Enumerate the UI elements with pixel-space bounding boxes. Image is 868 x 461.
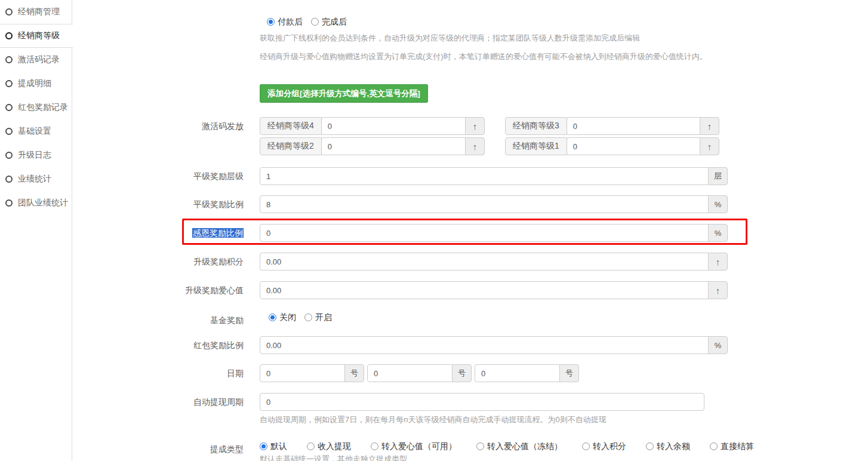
form-panel: 付款后 完成后 获取推广下线权利的会员达到条件，自动升级为对应等级的代理商；指定… [72,0,868,461]
unit-addon-percent: % [708,224,728,242]
sidebar-item-activation-code-record[interactable]: 激活码记录 [0,48,72,72]
activation-level1-input[interactable] [567,137,700,155]
radio-label: 转入余额 [657,440,690,452]
activation-level4-input[interactable] [321,117,466,135]
sidebar-item-label: 红包奖励记录 [18,102,68,113]
radio-label: 默认 [270,440,287,452]
unit-addon-layer: 层 [708,167,728,185]
stepper-up-addon[interactable]: ↑ [700,117,719,135]
radio-commission-income-withdraw[interactable]: 收入提现 [307,440,351,452]
radio-label: 收入提现 [318,440,351,452]
stepper-up-addon[interactable]: ↑ [708,281,728,299]
circle-icon [5,32,13,39]
sidebar-item-basic-settings[interactable]: 基础设置 [0,119,72,143]
sidebar-item-label: 经销商管理 [18,7,60,17]
fund-reward-row: 基金奖励 关闭 开启 [72,311,868,329]
field-label: 提成类型 [72,440,244,458]
gratitude-reward-ratio-input[interactable] [260,224,709,242]
field-label: 平级奖励比例 [72,195,244,213]
radio-label: 转入爱心值（冻结） [487,440,562,452]
radio-checked-icon[interactable] [267,18,275,26]
sidebar-item-label: 业绩统计 [18,174,51,185]
sidebar-item-performance-stats[interactable]: 业绩统计 [0,167,72,191]
stepper-up-addon[interactable]: ↑ [708,253,728,271]
field-label: 自动提现周期 [72,393,244,411]
radio-label: 关闭 [279,311,296,323]
radio-unchecked-icon[interactable] [710,442,718,450]
radio-checked-icon[interactable] [260,442,267,450]
sidebar-item-upgrade-log[interactable]: 升级日志 [0,143,72,167]
input-prefix-label: 经销商等级3 [505,117,567,135]
stepper-up-addon[interactable]: ↑ [465,117,485,135]
activation-level2-input[interactable] [321,137,466,155]
radio-label: 转入积分 [593,440,626,452]
radio-unchecked-icon[interactable] [582,442,590,450]
radio-fund-off[interactable]: 关闭 [269,311,296,323]
commission-type-row: 提成类型 默认 收入提现 转入爱心值（可用） 转入爱心值（冻结） [72,440,868,458]
arrow-up-icon: ↑ [473,121,478,131]
activation-input-group-level1: 经销商等级1 ↑ [505,137,719,155]
arrow-up-icon: ↑ [716,285,721,296]
radio-commission-points[interactable]: 转入积分 [582,440,626,452]
radio-commission-direct-settle[interactable]: 直接结算 [710,440,754,452]
redpacket-reward-ratio-input[interactable] [260,336,709,354]
activation-input-group-level2: 经销商等级2 ↑ [260,137,485,155]
auto-withdraw-cycle-row: 自动提现周期 [72,393,868,411]
activation-level3-input[interactable] [567,117,700,135]
upgrade-reward-points-input[interactable] [260,253,709,271]
upgrade-timing-radio-group: 付款后 完成后 [267,16,868,27]
sidebar-item-team-performance-stats[interactable]: 团队业绩统计 [0,191,72,215]
upgrade-reward-points-row: 升级奖励积分 ↑ [72,253,868,271]
radio-unchecked-icon[interactable] [476,442,484,450]
stepper-up-addon[interactable]: ↑ [465,137,485,155]
date-input-3[interactable] [475,364,560,382]
peer-reward-ratio-row: 平级奖励比例 % [72,195,868,213]
upgrade-reward-love-input[interactable] [260,281,709,299]
commission-type-help: 默认走基础统一设置，其他走独立提成类型 [260,454,407,461]
sidebar-item-dealer-management[interactable]: 经销商管理 [0,0,72,24]
arrow-up-icon: ↑ [707,121,712,131]
radio-unchecked-icon[interactable] [371,442,378,450]
gratitude-reward-ratio-row: 感恩奖励比例 % [72,224,868,242]
radio-after-completion[interactable]: 完成后 [311,16,347,27]
stepper-up-addon[interactable]: ↑ [700,137,719,155]
date-input-1[interactable] [260,364,345,382]
sidebar-item-redpacket-record[interactable]: 红包奖励记录 [0,96,72,119]
circle-icon [5,128,13,135]
radio-label: 完成后 [322,16,347,27]
circle-icon [5,152,13,159]
radio-commission-love-available[interactable]: 转入爱心值（可用） [371,440,457,452]
circle-icon [5,56,13,63]
radio-unchecked-icon[interactable] [304,314,312,321]
date-row: 日期 号 号 号 [72,364,868,382]
add-group-button[interactable]: 添加分组[选择升级方式编号,英文逗号分隔] [260,84,428,103]
radio-label: 直接结算 [721,440,754,452]
radio-unchecked-icon[interactable] [307,442,315,450]
circle-icon [5,199,13,207]
field-label: 基金奖励 [72,311,244,329]
date-input-2[interactable] [367,364,453,382]
peer-reward-ratio-input[interactable] [260,195,709,213]
radio-unchecked-icon[interactable] [311,18,319,26]
radio-commission-balance[interactable]: 转入余额 [646,440,690,452]
radio-checked-icon[interactable] [269,314,276,321]
auto-withdraw-cycle-input[interactable] [260,393,704,411]
unit-addon-day: 号 [344,364,364,382]
activation-input-group-level3: 经销商等级3 ↑ [505,117,719,135]
sidebar-item-label: 经销商等级 [18,30,60,41]
circle-icon [5,80,13,87]
peer-reward-level-input[interactable] [260,167,709,185]
radio-commission-default[interactable]: 默认 [260,440,287,452]
field-label-selected: 感恩奖励比例 [192,228,244,238]
radio-fund-on[interactable]: 开启 [304,311,332,323]
input-prefix-label: 经销商等级4 [260,117,322,135]
arrow-up-icon: ↑ [473,142,478,152]
auto-withdraw-help: 自动提现周期，例如设置7日，则在每月每n天该等级经销商自动完成手动提现流程。为0… [260,414,607,425]
sidebar-item-commission-detail[interactable]: 提成明细 [0,72,72,96]
field-label: 升级奖励爱心值 [72,281,244,299]
sidebar-item-dealer-level[interactable]: 经销商等级 [0,24,73,48]
radio-unchecked-icon[interactable] [646,442,654,450]
radio-label: 付款后 [278,16,303,27]
radio-commission-love-frozen[interactable]: 转入爱心值（冻结） [476,440,562,452]
radio-after-payment[interactable]: 付款后 [267,16,303,27]
